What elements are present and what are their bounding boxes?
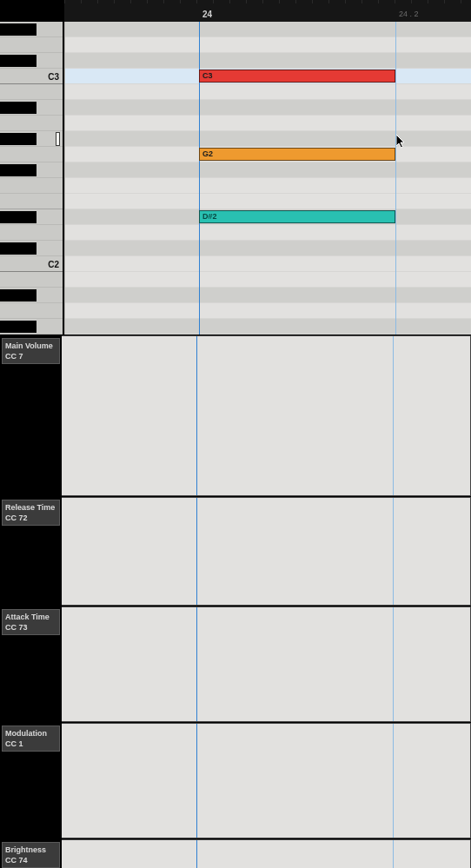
piano-black-key[interactable] xyxy=(0,211,36,223)
ruler-tick xyxy=(444,0,445,3)
piano-key[interactable] xyxy=(0,84,63,100)
piano-key-label: C2 xyxy=(48,259,59,268)
piano-key[interactable] xyxy=(0,303,63,319)
ruler-tick xyxy=(147,0,148,3)
piano-black-key[interactable] xyxy=(0,23,36,36)
cc-lane-header[interactable]: Attack TimeCC 73 xyxy=(0,606,62,722)
midi-note[interactable]: D#2 xyxy=(199,210,395,223)
grid-row[interactable] xyxy=(64,22,471,37)
ruler-tick xyxy=(229,0,230,3)
ruler-tick xyxy=(180,0,181,3)
cc-lane: Main VolumeCC 7 xyxy=(0,335,471,496)
piano-black-key[interactable] xyxy=(0,55,36,67)
cc-lanes-container: Main VolumeCC 7Release TimeCC 72Attack T… xyxy=(0,335,471,868)
cc-lane-cc-number: CC 72 xyxy=(5,513,56,523)
ruler-tick xyxy=(262,0,263,3)
ruler-tick xyxy=(428,0,428,3)
playhead[interactable] xyxy=(196,498,197,605)
ruler-tick xyxy=(97,0,98,3)
cc-lane-body[interactable] xyxy=(62,606,471,722)
cc-lane-header[interactable]: ModulationCC 1 xyxy=(0,723,62,838)
cc-lane-header[interactable]: BrightnessCC 74 xyxy=(0,839,62,868)
ruler-tick xyxy=(362,0,362,3)
piano-black-key[interactable] xyxy=(0,242,36,255)
beat-line xyxy=(393,607,394,721)
cc-lane-name: Release Time xyxy=(5,502,56,513)
piano-key[interactable] xyxy=(0,178,63,194)
playhead[interactable] xyxy=(196,724,197,838)
cc-lane: Attack TimeCC 73 xyxy=(0,606,471,722)
beat-line xyxy=(393,498,394,605)
ruler-tick xyxy=(378,0,379,3)
cc-lane: ModulationCC 1 xyxy=(0,722,471,838)
grid-row[interactable] xyxy=(64,116,471,131)
midi-note[interactable]: C3 xyxy=(199,70,395,83)
grid-row[interactable] xyxy=(64,303,471,319)
grid-row[interactable] xyxy=(64,225,471,241)
cc-lane-body[interactable] xyxy=(62,335,471,496)
midi-note[interactable]: G2 xyxy=(199,148,395,161)
grid-row[interactable] xyxy=(64,37,471,53)
grid-row[interactable] xyxy=(64,194,471,209)
piano-key[interactable] xyxy=(0,147,63,162)
ruler-tick xyxy=(130,0,131,3)
ruler-tick xyxy=(163,0,164,3)
ruler-tick xyxy=(461,0,461,3)
piano-black-key[interactable] xyxy=(0,102,36,114)
grid-row[interactable] xyxy=(64,84,471,100)
grid-row[interactable] xyxy=(64,53,471,69)
grid-row[interactable] xyxy=(64,241,471,256)
cc-lane-body[interactable] xyxy=(62,723,471,838)
piano-key[interactable] xyxy=(0,225,63,241)
cc-lane-header[interactable]: Release TimeCC 72 xyxy=(0,497,62,606)
grid-row[interactable] xyxy=(64,162,471,178)
beat-line xyxy=(393,840,394,868)
ruler-tick xyxy=(411,0,412,3)
piano-key[interactable] xyxy=(0,116,63,131)
piano-black-key[interactable] xyxy=(0,289,36,301)
cc-lane-name: Modulation xyxy=(5,728,56,739)
playhead[interactable] xyxy=(196,607,197,721)
grid-row[interactable] xyxy=(64,131,471,147)
grid-barline xyxy=(64,22,65,335)
grid-row[interactable] xyxy=(64,272,471,288)
cc-lane-header[interactable]: Main VolumeCC 7 xyxy=(0,335,62,496)
ruler-bar-label: 24 xyxy=(202,10,212,19)
playhead[interactable] xyxy=(196,336,197,495)
piano-black-key[interactable] xyxy=(0,321,36,333)
beat-line xyxy=(393,336,394,495)
piano-black-key[interactable] xyxy=(0,164,36,176)
cc-lane: BrightnessCC 74 xyxy=(0,838,471,868)
grid-row[interactable] xyxy=(64,288,471,303)
piano-keyboard[interactable]: C3C2 xyxy=(0,22,63,335)
cursor-arrow-icon xyxy=(396,135,407,150)
ruler-tick xyxy=(345,0,346,3)
ruler-tick xyxy=(295,0,296,3)
piano-key[interactable] xyxy=(0,272,63,288)
cc-lane-body[interactable] xyxy=(62,839,471,868)
piano-black-key[interactable] xyxy=(0,133,36,145)
playhead[interactable] xyxy=(196,840,197,868)
midi-note-label: D#2 xyxy=(202,212,217,221)
key-edit-marker[interactable] xyxy=(56,132,60,146)
piano-key[interactable]: C2 xyxy=(0,256,63,272)
cc-lane-body[interactable] xyxy=(62,497,471,606)
playhead[interactable] xyxy=(199,22,200,335)
note-grid[interactable]: C3G2D#2 xyxy=(64,22,471,335)
cc-lane-name: Brightness xyxy=(5,845,56,855)
ruler-tick xyxy=(279,0,280,3)
piano-key[interactable]: C3 xyxy=(0,69,63,84)
ruler-tick xyxy=(81,0,82,3)
grid-row[interactable] xyxy=(64,178,471,194)
midi-note-label: G2 xyxy=(202,149,213,158)
ruler-tick xyxy=(395,0,395,3)
ruler-tick xyxy=(213,0,214,3)
grid-row[interactable] xyxy=(64,319,471,335)
piano-key[interactable] xyxy=(0,37,63,53)
cc-lane-cc-number: CC 7 xyxy=(5,351,56,361)
ruler-tick xyxy=(196,0,197,3)
grid-row[interactable] xyxy=(64,256,471,272)
piano-key[interactable] xyxy=(0,194,63,209)
timeline-ruler[interactable]: 2424 . 2 xyxy=(64,0,471,22)
grid-row[interactable] xyxy=(64,100,471,116)
